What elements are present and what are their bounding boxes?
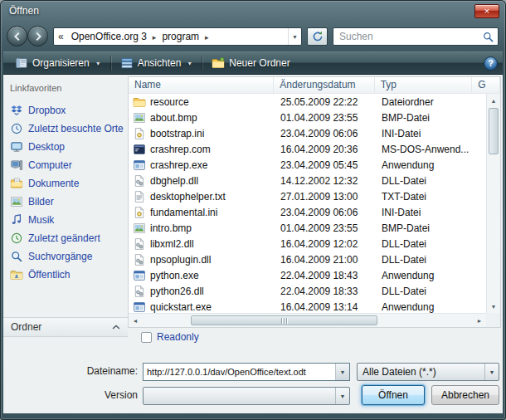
scroll-up-icon[interactable]: ▲ xyxy=(487,94,500,107)
breadcrumb[interactable]: « OpenOffice.org 3▸program▸ ▼ xyxy=(53,27,302,46)
breadcrumb-dropdown-icon[interactable]: ▼ xyxy=(288,28,301,45)
file-name-cell: quickstart.exe xyxy=(129,300,275,314)
organize-button[interactable]: Organisieren ▼ xyxy=(8,54,108,72)
organize-icon xyxy=(15,56,28,70)
filename-input[interactable] xyxy=(144,367,335,377)
breadcrumb-item-openoffice-org-3[interactable]: OpenOffice.org 3 xyxy=(68,31,150,42)
views-button[interactable]: Ansichten ▼ xyxy=(114,54,200,72)
file-row-npsoplugin-dll[interactable]: npsoplugin.dll16.04.2009 21:00DLL-Datei xyxy=(129,252,486,267)
file-row-resource[interactable]: resource25.05.2009 22:22Dateiordner xyxy=(129,94,486,110)
file-type-cell: BMP-Datei xyxy=(376,222,474,234)
column-header-typ[interactable]: Typ xyxy=(375,77,472,93)
app-file-icon xyxy=(133,159,146,172)
version-select[interactable]: ▼ xyxy=(143,387,350,405)
folders-expander[interactable]: Ordner xyxy=(3,317,128,337)
filetype-select[interactable]: Alle Dateien (*.*) ▼ xyxy=(357,363,499,381)
command-toolbar: Organisieren ▼ Ansichten ▼ Neuer Ordner … xyxy=(3,51,503,75)
column-header-änderungsdatum[interactable]: Änderungsdatum xyxy=(274,77,374,93)
vertical-scroll-thumb[interactable] xyxy=(489,108,499,154)
file-name-cell: intro.bmp xyxy=(129,222,275,235)
filetype-dropdown-icon[interactable]: ▼ xyxy=(484,364,499,380)
open-button[interactable]: Öffnen xyxy=(362,385,425,405)
file-name: bootstrap.ini xyxy=(150,128,204,139)
breadcrumb-item-program[interactable]: program xyxy=(158,31,202,42)
file-type-cell: Anwendung xyxy=(376,159,474,171)
scroll-down-icon[interactable]: ▼ xyxy=(487,300,500,313)
file-row-python-exe[interactable]: python.exe22.04.2009 18:43Anwendung xyxy=(129,267,486,283)
file-row-python26-dll[interactable]: python26.dll22.04.2009 18:33DLL-Datei xyxy=(129,283,486,299)
sidebar-item-öffentlich[interactable]: Öffentlich xyxy=(3,266,128,284)
file-name: resource xyxy=(150,96,189,108)
breadcrumb-separator-icon[interactable]: ▸ xyxy=(202,33,212,42)
file-row-fundamental-ini[interactable]: fundamental.ini23.04.2009 06:06INI-Datei xyxy=(129,204,486,220)
file-type-cell: MS-DOS-Anwend... xyxy=(376,144,474,155)
file-date-cell: 22.04.2009 18:33 xyxy=(275,286,376,297)
sidebar-item-desktop[interactable]: Desktop xyxy=(3,138,128,156)
file-row-intro-bmp[interactable]: intro.bmp01.04.2009 23:55BMP-Datei xyxy=(129,220,486,236)
toolbar-separator xyxy=(202,56,202,71)
close-button[interactable]: × xyxy=(474,4,499,18)
titlebar[interactable]: Öffnen × xyxy=(0,0,506,23)
column-header-name[interactable]: Name xyxy=(129,77,274,93)
back-button[interactable] xyxy=(7,26,27,46)
file-date-cell: 23.04.2009 06:06 xyxy=(275,207,376,218)
breadcrumb-overflow-chevron[interactable]: « xyxy=(54,31,68,42)
version-dropdown-icon[interactable]: ▼ xyxy=(335,388,349,404)
file-name-cell: crashrep.com xyxy=(129,143,275,156)
sidebar-item-label: Musik xyxy=(28,214,54,226)
navigation-pane: Linkfavoriten DropboxZuletzt besuchte Or… xyxy=(3,75,128,413)
horizontal-scroll-thumb[interactable] xyxy=(191,315,377,325)
dll-file-icon xyxy=(133,253,146,266)
sidebar-item-bilder[interactable]: Bilder xyxy=(3,193,128,211)
search-input[interactable] xyxy=(333,31,478,42)
sidebar-item-suchvorgänge[interactable]: Suchvorgänge xyxy=(3,247,128,266)
readonly-row: Readonly xyxy=(141,331,199,343)
filename-combobox[interactable]: ▼ xyxy=(143,363,350,381)
file-type-cell: TXT-Datei xyxy=(376,191,474,203)
help-button[interactable]: ? xyxy=(484,56,498,71)
cancel-button[interactable]: Abbrechen xyxy=(431,385,499,405)
sidebar-item-label: Desktop xyxy=(28,141,65,153)
sidebar-item-musik[interactable]: Musik xyxy=(3,211,128,229)
scroll-right-icon[interactable]: ► xyxy=(473,314,486,327)
sidebar-item-zuletzt-besuchte-orte[interactable]: Zuletzt besuchte Orte xyxy=(3,120,128,138)
file-type-cell: INI-Datei xyxy=(376,207,474,218)
sidebar-item-zuletzt-geändert[interactable]: Zuletzt geändert xyxy=(3,229,128,247)
vertical-scrollbar[interactable]: ▲ ▼ xyxy=(486,94,500,313)
file-type-cell: INI-Datei xyxy=(376,128,474,139)
toolbar-separator xyxy=(110,56,111,71)
file-row-crashrep-exe[interactable]: crashrep.exe23.04.2009 05:45Anwendung xyxy=(129,157,486,173)
sidebar-item-computer[interactable]: Computer xyxy=(3,156,128,174)
file-row-bootstrap-ini[interactable]: bootstrap.ini23.04.2009 06:06INI-Datei xyxy=(129,125,486,141)
file-row-about-bmp[interactable]: about.bmp01.04.2009 23:55BMP-Datei xyxy=(129,110,486,125)
file-name: about.bmp xyxy=(150,112,197,124)
search-icon[interactable] xyxy=(478,29,498,44)
new-folder-icon xyxy=(212,56,225,70)
forward-button[interactable] xyxy=(27,26,48,46)
sidebar-item-dropbox[interactable]: Dropbox xyxy=(3,101,128,120)
file-row-libxml2-dll[interactable]: libxml2.dll16.04.2009 12:02DLL-Datei xyxy=(129,236,486,252)
new-folder-button[interactable]: Neuer Ordner xyxy=(205,54,296,72)
views-label: Ansichten xyxy=(138,57,182,69)
readonly-checkbox[interactable] xyxy=(141,332,152,343)
refresh-button[interactable] xyxy=(307,27,328,46)
organize-label: Organisieren xyxy=(32,57,90,69)
views-icon xyxy=(120,56,134,70)
image-file-icon xyxy=(133,111,146,125)
column-header-g[interactable]: G xyxy=(472,77,500,93)
scroll-left-icon[interactable]: ◄ xyxy=(129,314,142,327)
file-row-desktophelper-txt[interactable]: desktophelper.txt27.01.2009 13:00TXT-Dat… xyxy=(129,188,486,204)
sidebar-item-dokumente[interactable]: Dokumente xyxy=(3,174,128,193)
horizontal-scrollbar[interactable]: ◄ ► xyxy=(129,313,486,327)
dialog-body: Linkfavoriten DropboxZuletzt besuchte Or… xyxy=(3,75,503,413)
filename-dropdown-icon[interactable]: ▼ xyxy=(335,364,349,380)
file-name: crashrep.com xyxy=(150,144,211,155)
file-date-cell: 01.04.2009 23:55 xyxy=(275,112,376,124)
sidebar-item-label: Zuletzt besuchte Orte xyxy=(28,123,124,134)
search-box[interactable] xyxy=(333,27,499,46)
file-row-quickstart-exe[interactable]: quickstart.exe16.04.2009 13:14Anwendung xyxy=(129,299,486,313)
sidebar-item-label: Computer xyxy=(28,159,72,171)
breadcrumb-separator-icon[interactable]: ▸ xyxy=(150,33,159,42)
file-row-crashrep-com[interactable]: crashrep.com16.04.2009 20:36MS-DOS-Anwen… xyxy=(129,141,486,157)
file-row-dbghelp-dll[interactable]: dbghelp.dll14.12.2002 12:32DLL-Datei xyxy=(129,173,486,188)
